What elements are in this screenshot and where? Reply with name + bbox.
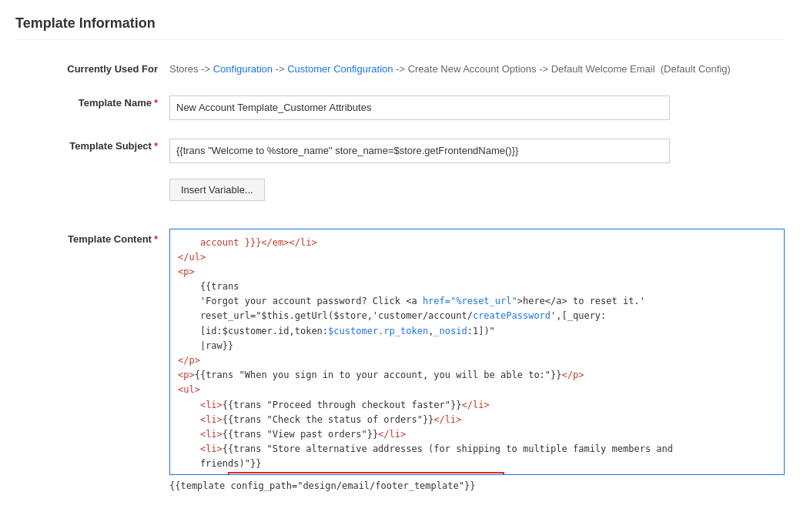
template-subject-input[interactable]	[169, 139, 670, 163]
insert-variable-wrapper: Insert Variable...	[15, 179, 785, 216]
breadcrumb-value: Stores -> Configuration -> Customer Conf…	[169, 59, 785, 77]
code-line-14: <li>{{trans "Check the status of orders"…	[178, 413, 776, 427]
template-name-label: Template Name*	[15, 92, 169, 109]
footer-template-line: {{template config_path="design/email/foo…	[169, 480, 785, 491]
template-subject-value-wrapper	[169, 136, 785, 163]
code-line-5: 'Forgot your account password? Click <a …	[178, 294, 776, 309]
code-line-9: |raw}}	[178, 339, 776, 353]
breadcrumb-sep1: ->	[273, 63, 287, 75]
highlight-code-box: {{var customer.bss_customer_attributes|r…	[228, 472, 504, 475]
code-editor-wrapper: account }}}</em></li> </ul> <p> {{trans …	[169, 229, 785, 491]
code-line-7: reset_url="$this.getUrl($store,'customer…	[178, 309, 776, 323]
code-line-18: </li>{{var customer.bss_customer_attribu…	[178, 472, 776, 475]
code-line-2: </ul>	[178, 250, 776, 265]
template-content-label: Template Content*	[15, 229, 169, 245]
template-subject-label: Template Subject*	[15, 136, 169, 152]
page-title: Template Information	[15, 15, 785, 40]
breadcrumb-customer-link[interactable]: Customer Configuration	[287, 63, 393, 75]
code-line-13: <li>{{trans "Proceed through checkout fa…	[178, 398, 776, 413]
template-name-row: Template Name*	[15, 92, 785, 120]
code-line-10: </p>	[178, 353, 776, 368]
insert-variable-button[interactable]: Insert Variable...	[169, 179, 265, 201]
required-star-name: *	[154, 97, 158, 109]
template-content-editor[interactable]: account }}}</em></li> </ul> <p> {{trans …	[169, 229, 785, 475]
code-line-15: <li>{{trans "View past orders"}}</li>	[178, 427, 776, 442]
code-line-1: account }}}</em></li>	[178, 236, 776, 250]
breadcrumb-configuration-link[interactable]: Configuration	[213, 63, 273, 75]
form-section: Currently Used For Stores -> Configurati…	[15, 59, 785, 491]
template-content-row: Template Content* account }}}</em></li> …	[15, 229, 785, 491]
required-star-subject: *	[154, 140, 158, 152]
template-name-value-wrapper	[169, 92, 785, 120]
code-line-3: <p>	[178, 265, 776, 279]
template-name-input[interactable]	[169, 95, 670, 120]
breadcrumb-stores: Stores ->	[169, 63, 213, 75]
code-line-16: <li>{{trans "Store alternative addresses…	[178, 442, 776, 457]
currently-used-for-label: Currently Used For	[15, 59, 169, 75]
currently-used-for-row: Currently Used For Stores -> Configurati…	[15, 59, 785, 77]
code-line-12: <ul>	[178, 383, 776, 397]
code-line-17: friends)"}}	[178, 457, 776, 471]
code-line-11: <p>{{trans "When you sign in to your acc…	[178, 368, 776, 383]
template-subject-row: Template Subject*	[15, 136, 785, 163]
breadcrumb-end: -> Create New Account Options -> Default…	[393, 63, 731, 75]
code-line-4: {{trans	[178, 279, 776, 294]
required-star-content: *	[154, 233, 158, 245]
code-line-8: [id:$customer.id,token:$customer.rp_toke…	[178, 324, 776, 339]
